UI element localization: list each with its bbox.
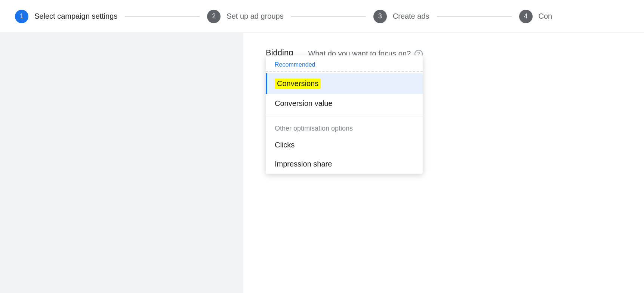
conversion-value-label: Conversion value xyxy=(275,99,333,108)
dropdown-item-conversions[interactable]: Conversions xyxy=(266,73,423,94)
stepper-bar: 1 Select campaign settings 2 Set up ad g… xyxy=(0,0,644,33)
step-4[interactable]: 4 Con xyxy=(519,10,552,23)
step-1[interactable]: 1 Select campaign settings xyxy=(15,10,117,23)
recommended-section-label: Recommended xyxy=(266,55,423,72)
step-2-label: Set up ad groups xyxy=(227,12,283,21)
clicks-label: Clicks xyxy=(275,141,295,149)
impression-share-label: Impression share xyxy=(275,160,332,168)
step-connector-1-2 xyxy=(125,16,200,17)
step-3[interactable]: 3 Create ads xyxy=(373,10,429,23)
step-connector-3-4 xyxy=(437,16,512,17)
step-4-number: 4 xyxy=(519,10,533,23)
dropdown-item-conversion-value[interactable]: Conversion value xyxy=(266,94,423,113)
dropdown-item-clicks[interactable]: Clicks xyxy=(266,135,423,155)
left-panel xyxy=(0,33,243,293)
step-3-label: Create ads xyxy=(393,12,429,21)
other-options-label: Other optimisation options xyxy=(266,119,423,135)
bidding-dropdown: Recommended Conversions Conversion value… xyxy=(266,55,423,174)
step-3-number: 3 xyxy=(373,10,387,23)
step-1-label: Select campaign settings xyxy=(34,12,117,21)
dropdown-item-impression-share[interactable]: Impression share xyxy=(266,155,423,174)
step-connector-2-3 xyxy=(291,16,366,17)
step-2[interactable]: 2 Set up ad groups xyxy=(207,10,283,23)
right-panel: Bidding What do you want to focus on? ? … xyxy=(243,33,644,293)
step-1-number: 1 xyxy=(15,10,28,23)
selected-indicator xyxy=(266,73,267,94)
dropdown-divider xyxy=(266,116,423,116)
main-content: Bidding What do you want to focus on? ? … xyxy=(0,33,644,293)
step-2-number: 2 xyxy=(207,10,221,23)
step-4-label: Con xyxy=(539,12,552,21)
conversions-label: Conversions xyxy=(275,79,321,89)
